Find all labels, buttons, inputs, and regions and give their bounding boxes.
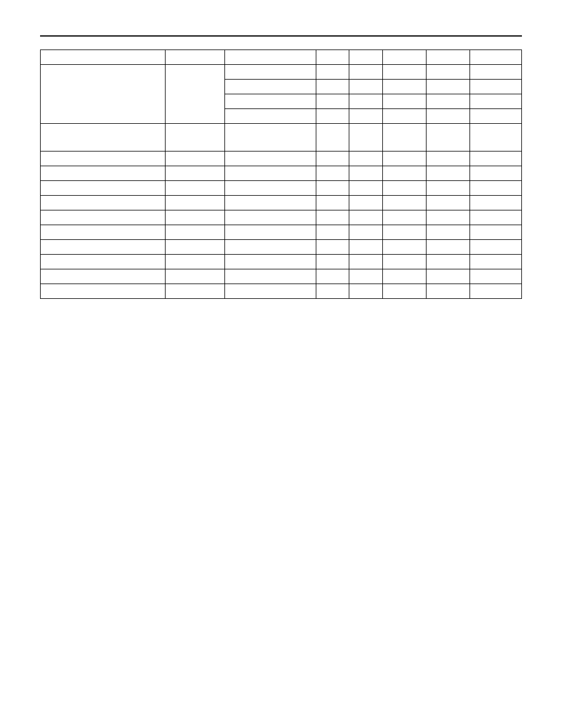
cell xyxy=(349,100,382,103)
cell xyxy=(383,246,426,248)
cell xyxy=(349,216,382,219)
cell xyxy=(41,231,165,233)
cell xyxy=(316,71,349,73)
cell xyxy=(225,290,316,292)
cell xyxy=(427,246,470,248)
table-row xyxy=(41,225,522,240)
cell xyxy=(349,231,382,233)
cell xyxy=(427,290,470,292)
cell xyxy=(470,157,521,160)
cell xyxy=(41,187,165,189)
cell xyxy=(225,187,316,189)
cell xyxy=(316,172,349,174)
data-table xyxy=(40,50,522,299)
cell xyxy=(349,172,382,174)
cell xyxy=(225,100,316,103)
cell xyxy=(316,100,349,103)
cell xyxy=(470,100,521,103)
cell xyxy=(349,85,382,88)
cell xyxy=(166,157,224,160)
cell xyxy=(427,85,470,88)
cell xyxy=(166,56,224,58)
cell xyxy=(316,216,349,219)
cell xyxy=(166,202,224,204)
cell xyxy=(427,157,470,160)
cell xyxy=(41,157,165,160)
cell xyxy=(166,290,224,292)
cell xyxy=(41,202,165,204)
cell xyxy=(41,290,165,292)
cell xyxy=(470,115,521,117)
cell xyxy=(427,231,470,233)
table-row xyxy=(41,124,522,151)
cell xyxy=(166,187,224,189)
cell xyxy=(383,231,426,233)
cell xyxy=(470,85,521,88)
cell xyxy=(225,115,316,117)
header-rule xyxy=(40,35,522,37)
cell xyxy=(470,275,521,278)
cell xyxy=(470,290,521,292)
cell xyxy=(470,172,521,174)
cell xyxy=(316,56,349,58)
cell xyxy=(349,136,382,139)
cell xyxy=(316,115,349,117)
table-row xyxy=(41,284,522,299)
cell xyxy=(316,231,349,233)
cell xyxy=(225,202,316,204)
cell xyxy=(349,246,382,248)
cell xyxy=(41,261,165,263)
table-row xyxy=(41,255,522,269)
cell xyxy=(316,290,349,292)
cell xyxy=(383,202,426,204)
page-content xyxy=(40,35,522,299)
cell xyxy=(41,275,165,278)
cell xyxy=(166,93,224,95)
cell xyxy=(427,56,470,58)
cell xyxy=(349,275,382,278)
cell xyxy=(470,187,521,189)
cell xyxy=(316,202,349,204)
cell xyxy=(427,71,470,73)
table-row xyxy=(41,166,522,181)
cell xyxy=(383,100,426,103)
table-row xyxy=(41,269,522,284)
cell xyxy=(316,85,349,88)
cell xyxy=(41,246,165,248)
cell xyxy=(166,136,224,139)
cell xyxy=(427,136,470,139)
cell xyxy=(225,275,316,278)
cell xyxy=(383,115,426,117)
cell xyxy=(349,261,382,263)
cell xyxy=(470,261,521,263)
cell xyxy=(225,85,316,88)
cell xyxy=(41,56,165,58)
table-row xyxy=(41,196,522,210)
cell xyxy=(166,275,224,278)
cell xyxy=(349,71,382,73)
cell xyxy=(349,290,382,292)
cell xyxy=(166,261,224,263)
cell xyxy=(470,202,521,204)
cell xyxy=(383,85,426,88)
table-row xyxy=(41,181,522,196)
cell xyxy=(383,136,426,139)
cell xyxy=(225,231,316,233)
cell xyxy=(225,246,316,248)
cell xyxy=(383,71,426,73)
cell xyxy=(427,216,470,219)
cell xyxy=(470,71,521,73)
cell xyxy=(470,136,521,139)
cell xyxy=(470,246,521,248)
cell xyxy=(316,275,349,278)
cell xyxy=(166,246,224,248)
table-row xyxy=(41,50,522,65)
cell xyxy=(383,172,426,174)
cell xyxy=(225,172,316,174)
cell xyxy=(383,275,426,278)
table-row xyxy=(41,65,522,80)
cell xyxy=(383,157,426,160)
cell xyxy=(383,261,426,263)
cell xyxy=(427,261,470,263)
cell xyxy=(225,157,316,160)
